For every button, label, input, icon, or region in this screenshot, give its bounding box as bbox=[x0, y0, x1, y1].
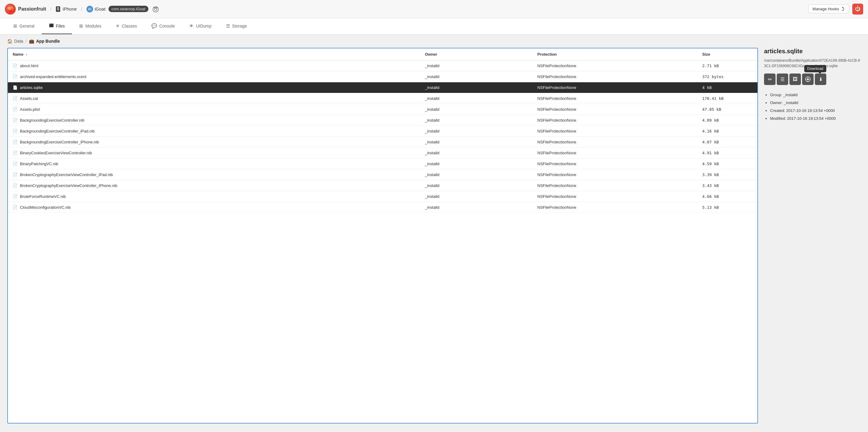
tab-storage[interactable]: ☰ Storage bbox=[219, 19, 254, 34]
file-size-cell: 5.13 kB bbox=[698, 202, 757, 213]
edit-button[interactable]: ✏ bbox=[764, 74, 776, 85]
camera-icon[interactable] bbox=[151, 5, 160, 13]
file-doc-icon: 📄 bbox=[13, 96, 18, 101]
list-button[interactable]: ☰ bbox=[777, 74, 788, 85]
file-size-cell: 2.71 kB bbox=[698, 60, 757, 71]
file-name-cell: 📄BackgroundingExerciseController.nib bbox=[8, 115, 420, 126]
file-size-cell: 4 kB bbox=[698, 82, 757, 93]
tab-uidump[interactable]: 👁 UIDump bbox=[182, 19, 218, 34]
table-row[interactable]: 📄BrokenCryptographyExerciseViewControlle… bbox=[8, 180, 757, 191]
file-owner-cell: _installd bbox=[420, 159, 532, 169]
svg-rect-7 bbox=[49, 24, 51, 25]
file-owner-cell: _installd bbox=[420, 169, 532, 180]
file-size-cell: 3.39 kB bbox=[698, 169, 757, 180]
table-row[interactable]: 📄BinaryCookiesExerciseViewController.nib… bbox=[8, 148, 757, 159]
sort-arrow-icon: ↑ bbox=[26, 53, 28, 56]
modules-icon: ⊞ bbox=[79, 23, 83, 29]
logo[interactable]: 🍑 Passionfruit bbox=[5, 4, 46, 15]
col-size[interactable]: Size bbox=[698, 49, 757, 60]
table-row[interactable]: 📄Assets.plist_installdNSFileProtectionNo… bbox=[8, 104, 757, 115]
col-owner[interactable]: Owner bbox=[420, 49, 532, 60]
file-size-cell: 4.66 kB bbox=[698, 191, 757, 202]
file-size-cell: 170.41 kB bbox=[698, 93, 757, 104]
iphone-label: iPhone bbox=[63, 6, 77, 11]
uidump-icon: 👁 bbox=[189, 23, 194, 28]
file-protection-cell: NSFileProtectionNone bbox=[532, 93, 698, 104]
file-protection-cell: NSFileProtectionNone bbox=[532, 137, 698, 148]
app-header: 🍑 Passionfruit / iPhone / iG iGoat com.s… bbox=[0, 0, 868, 18]
tab-console[interactable]: 💬 Console bbox=[144, 19, 182, 34]
detail-meta-item: Modified: 2017-10-16 19:13:54 +0000 bbox=[770, 115, 861, 122]
file-doc-icon: 📄 bbox=[13, 194, 18, 199]
phone-icon bbox=[56, 6, 60, 12]
tab-general[interactable]: ⊞ General bbox=[6, 19, 42, 34]
file-protection-cell: NSFileProtectionNone bbox=[532, 148, 698, 159]
breadcrumb-app-bundle[interactable]: 💼 App Bundle bbox=[29, 39, 60, 44]
breadcrumb-app-bundle-label: App Bundle bbox=[36, 39, 60, 44]
file-doc-icon: 📄 bbox=[13, 75, 18, 79]
file-name-cell: 📄archived-expanded-entitlements.xcent bbox=[8, 71, 420, 82]
file-owner-cell: _installd bbox=[420, 148, 532, 159]
table-row[interactable]: 📄BrokenCryptographyExerciseViewControlle… bbox=[8, 169, 757, 180]
manage-hooks-button[interactable]: Manage Hooks bbox=[808, 4, 849, 13]
svg-point-5 bbox=[842, 7, 843, 8]
table-row[interactable]: 📄BinaryPatchingVC.nib_installdNSFileProt… bbox=[8, 159, 757, 169]
header-igoat[interactable]: iG iGoat bbox=[87, 6, 105, 12]
file-protection-cell: NSFileProtectionNone bbox=[532, 60, 698, 71]
table-row[interactable]: 📄about.html_installdNSFileProtectionNone… bbox=[8, 60, 757, 71]
tab-console-label: Console bbox=[159, 24, 175, 28]
file-protection-cell: NSFileProtectionNone bbox=[532, 82, 698, 93]
main-layout: Name ↑ Owner Protection Size 📄about.html… bbox=[0, 48, 868, 431]
file-size-cell: 3.43 kB bbox=[698, 180, 757, 191]
table-header-row: Name ↑ Owner Protection Size bbox=[8, 49, 757, 60]
table-row[interactable]: 📄BackgroundingExerciseController_iPhone.… bbox=[8, 137, 757, 148]
file-size-cell: 47.85 kB bbox=[698, 104, 757, 115]
logo-text: Passionfruit bbox=[18, 6, 46, 12]
file-doc-icon: 📄 bbox=[13, 63, 18, 68]
tab-files[interactable]: Files bbox=[42, 18, 72, 34]
file-owner-cell: _installd bbox=[420, 60, 532, 71]
table-row[interactable]: 📄Assets.car_installdNSFileProtectionNone… bbox=[8, 93, 757, 104]
breadcrumb-data[interactable]: 🏠 Data bbox=[7, 39, 23, 44]
detail-meta-list: Group: _installdOwner: _installdCreated:… bbox=[764, 91, 861, 122]
tab-uidump-label: UIDump bbox=[196, 24, 211, 28]
svg-point-2 bbox=[58, 11, 58, 11]
file-doc-icon: 📄 bbox=[13, 85, 18, 90]
file-name-cell: 📄CloudMisconfigurationVC.nib bbox=[8, 202, 420, 213]
file-name-cell: 📄Assets.car bbox=[8, 93, 420, 104]
detail-meta-item: Owner: _installd bbox=[770, 99, 861, 107]
file-doc-icon: 📄 bbox=[13, 129, 18, 134]
file-protection-cell: NSFileProtectionNone bbox=[532, 104, 698, 115]
file-name-cell: 📄about.html bbox=[8, 60, 420, 71]
breadcrumb-sep-2: / bbox=[81, 7, 82, 11]
file-doc-icon: 📄 bbox=[13, 162, 18, 166]
file-protection-cell: NSFileProtectionNone bbox=[532, 202, 698, 213]
bundle-id-badge: com.swaroop.iGoat bbox=[108, 6, 148, 12]
breadcrumb-data-label: Data bbox=[14, 39, 23, 44]
file-owner-cell: _installd bbox=[420, 191, 532, 202]
file-doc-icon: 📄 bbox=[13, 118, 18, 122]
table-row[interactable]: 📄articles.sqlite_installdNSFileProtectio… bbox=[8, 82, 757, 93]
table-row[interactable]: 📄CloudMisconfigurationVC.nib_installdNSF… bbox=[8, 202, 757, 213]
file-doc-icon: 📄 bbox=[13, 172, 18, 177]
settings-button[interactable] bbox=[802, 74, 814, 85]
col-protection[interactable]: Protection bbox=[532, 49, 698, 60]
table-row[interactable]: 📄BruteForceRuntimeVC.nib_installdNSFileP… bbox=[8, 191, 757, 202]
image-button[interactable]: 🖼 bbox=[789, 74, 801, 85]
table-row[interactable]: 📄BackgroundingExerciseController.nib_ins… bbox=[8, 115, 757, 126]
table-row[interactable]: 📄archived-expanded-entitlements.xcent_in… bbox=[8, 71, 757, 82]
table-row[interactable]: 📄BackgroundingExerciseController_iPad.ni… bbox=[8, 126, 757, 137]
console-icon: 💬 bbox=[151, 23, 157, 29]
file-protection-cell: NSFileProtectionNone bbox=[532, 180, 698, 191]
power-button[interactable]: ⏻ bbox=[852, 4, 863, 15]
manage-hooks-label: Manage Hooks bbox=[813, 7, 839, 11]
tab-modules[interactable]: ⊞ Modules bbox=[72, 19, 108, 34]
file-owner-cell: _installd bbox=[420, 93, 532, 104]
detail-meta-item: Group: _installd bbox=[770, 91, 861, 99]
tab-classes[interactable]: ✳ Classes bbox=[108, 19, 144, 34]
file-size-cell: 372 bytes bbox=[698, 71, 757, 82]
file-size-cell: 4.59 kB bbox=[698, 159, 757, 169]
col-name[interactable]: Name ↑ bbox=[8, 49, 420, 60]
header-iphone[interactable]: iPhone bbox=[56, 6, 77, 12]
file-name-cell: 📄BinaryPatchingVC.nib bbox=[8, 159, 420, 169]
